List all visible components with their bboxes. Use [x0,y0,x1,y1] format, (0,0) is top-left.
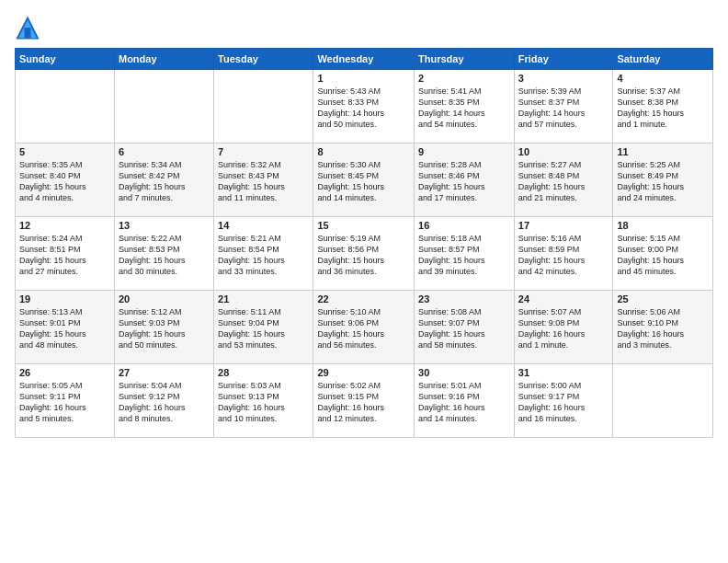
svg-rect-2 [25,28,31,38]
day-number: 11 [617,146,709,157]
calendar-cell: 11Sunrise: 5:25 AM Sunset: 8:49 PM Dayli… [613,144,713,217]
calendar-cell: 12Sunrise: 5:24 AM Sunset: 8:51 PM Dayli… [16,217,115,291]
day-info: Sunrise: 5:10 AM Sunset: 9:06 PM Dayligh… [317,306,410,351]
day-info: Sunrise: 5:11 AM Sunset: 9:04 PM Dayligh… [218,306,309,351]
day-info: Sunrise: 5:00 AM Sunset: 9:17 PM Dayligh… [518,380,609,425]
week-row-1: 1Sunrise: 5:43 AM Sunset: 8:33 PM Daylig… [16,70,713,144]
day-number: 23 [418,293,510,304]
day-number: 2 [418,73,510,84]
week-row-2: 5Sunrise: 5:35 AM Sunset: 8:40 PM Daylig… [16,144,713,217]
calendar-cell: 23Sunrise: 5:08 AM Sunset: 9:07 PM Dayli… [415,291,515,364]
day-info: Sunrise: 5:37 AM Sunset: 8:38 PM Dayligh… [617,86,709,131]
day-info: Sunrise: 5:19 AM Sunset: 8:56 PM Dayligh… [317,233,410,278]
day-info: Sunrise: 5:01 AM Sunset: 9:16 PM Dayligh… [418,380,510,425]
calendar-cell: 10Sunrise: 5:27 AM Sunset: 8:48 PM Dayli… [514,144,613,217]
calendar-cell: 13Sunrise: 5:22 AM Sunset: 8:53 PM Dayli… [114,217,213,291]
calendar-cell: 25Sunrise: 5:06 AM Sunset: 9:10 PM Dayli… [613,291,713,364]
day-info: Sunrise: 5:15 AM Sunset: 9:00 PM Dayligh… [617,233,709,278]
calendar-cell: 29Sunrise: 5:02 AM Sunset: 9:15 PM Dayli… [313,364,415,438]
day-number: 14 [218,220,309,231]
day-number: 8 [317,146,410,157]
calendar-cell: 28Sunrise: 5:03 AM Sunset: 9:13 PM Dayli… [214,364,313,438]
calendar-cell: 18Sunrise: 5:15 AM Sunset: 9:00 PM Dayli… [613,217,713,291]
day-header-tuesday: Tuesday [214,49,313,70]
week-row-5: 26Sunrise: 5:05 AM Sunset: 9:11 PM Dayli… [16,364,713,438]
day-header-saturday: Saturday [613,49,713,70]
day-number: 18 [617,220,709,231]
week-row-3: 12Sunrise: 5:24 AM Sunset: 8:51 PM Dayli… [16,217,713,291]
calendar-cell: 1Sunrise: 5:43 AM Sunset: 8:33 PM Daylig… [313,70,415,144]
week-row-4: 19Sunrise: 5:13 AM Sunset: 9:01 PM Dayli… [16,291,713,364]
calendar-cell: 26Sunrise: 5:05 AM Sunset: 9:11 PM Dayli… [16,364,115,438]
day-header-thursday: Thursday [415,49,515,70]
calendar-cell: 8Sunrise: 5:30 AM Sunset: 8:45 PM Daylig… [313,144,415,217]
day-info: Sunrise: 5:18 AM Sunset: 8:57 PM Dayligh… [418,233,510,278]
day-info: Sunrise: 5:02 AM Sunset: 9:15 PM Dayligh… [317,380,410,425]
day-info: Sunrise: 5:21 AM Sunset: 8:54 PM Dayligh… [218,233,309,278]
calendar-cell: 20Sunrise: 5:12 AM Sunset: 9:03 PM Dayli… [114,291,213,364]
day-number: 7 [218,146,309,157]
day-info: Sunrise: 5:35 AM Sunset: 8:40 PM Dayligh… [19,159,110,204]
day-info: Sunrise: 5:05 AM Sunset: 9:11 PM Dayligh… [19,380,110,425]
day-number: 15 [317,220,410,231]
day-header-monday: Monday [114,49,213,70]
logo-icon [15,15,40,40]
day-info: Sunrise: 5:22 AM Sunset: 8:53 PM Dayligh… [119,233,210,278]
day-number: 21 [218,293,309,304]
logo [15,15,44,40]
calendar-cell: 22Sunrise: 5:10 AM Sunset: 9:06 PM Dayli… [313,291,415,364]
day-info: Sunrise: 5:39 AM Sunset: 8:37 PM Dayligh… [518,86,609,131]
day-number: 25 [617,293,709,304]
page-header [15,15,713,40]
day-number: 24 [518,293,609,304]
calendar-cell [114,70,213,144]
calendar-cell: 2Sunrise: 5:41 AM Sunset: 8:35 PM Daylig… [415,70,515,144]
day-number: 4 [617,73,709,84]
day-info: Sunrise: 5:08 AM Sunset: 9:07 PM Dayligh… [418,306,510,351]
day-header-friday: Friday [514,49,613,70]
calendar-cell: 27Sunrise: 5:04 AM Sunset: 9:12 PM Dayli… [114,364,213,438]
calendar-table: SundayMondayTuesdayWednesdayThursdayFrid… [15,48,713,438]
calendar-cell: 6Sunrise: 5:34 AM Sunset: 8:42 PM Daylig… [114,144,213,217]
day-info: Sunrise: 5:16 AM Sunset: 8:59 PM Dayligh… [518,233,609,278]
calendar-cell: 21Sunrise: 5:11 AM Sunset: 9:04 PM Dayli… [214,291,313,364]
day-number: 6 [119,146,210,157]
day-info: Sunrise: 5:28 AM Sunset: 8:46 PM Dayligh… [418,159,510,204]
day-number: 17 [518,220,609,231]
calendar-cell: 7Sunrise: 5:32 AM Sunset: 8:43 PM Daylig… [214,144,313,217]
day-number: 13 [119,220,210,231]
calendar-cell: 19Sunrise: 5:13 AM Sunset: 9:01 PM Dayli… [16,291,115,364]
day-info: Sunrise: 5:07 AM Sunset: 9:08 PM Dayligh… [518,306,609,351]
day-number: 29 [317,367,410,378]
calendar-cell: 14Sunrise: 5:21 AM Sunset: 8:54 PM Dayli… [214,217,313,291]
calendar-cell: 16Sunrise: 5:18 AM Sunset: 8:57 PM Dayli… [415,217,515,291]
calendar-cell: 15Sunrise: 5:19 AM Sunset: 8:56 PM Dayli… [313,217,415,291]
calendar-cell [16,70,115,144]
day-number: 9 [418,146,510,157]
day-info: Sunrise: 5:13 AM Sunset: 9:01 PM Dayligh… [19,306,110,351]
day-info: Sunrise: 5:30 AM Sunset: 8:45 PM Dayligh… [317,159,410,204]
day-number: 16 [418,220,510,231]
day-number: 19 [19,293,110,304]
day-number: 31 [518,367,609,378]
day-info: Sunrise: 5:32 AM Sunset: 8:43 PM Dayligh… [218,159,309,204]
calendar-cell [613,364,713,438]
day-info: Sunrise: 5:04 AM Sunset: 9:12 PM Dayligh… [119,380,210,425]
calendar-cell: 9Sunrise: 5:28 AM Sunset: 8:46 PM Daylig… [415,144,515,217]
day-info: Sunrise: 5:41 AM Sunset: 8:35 PM Dayligh… [418,86,510,131]
day-number: 10 [518,146,609,157]
calendar-cell: 31Sunrise: 5:00 AM Sunset: 9:17 PM Dayli… [514,364,613,438]
calendar-cell: 30Sunrise: 5:01 AM Sunset: 9:16 PM Dayli… [415,364,515,438]
calendar-cell: 3Sunrise: 5:39 AM Sunset: 8:37 PM Daylig… [514,70,613,144]
day-number: 28 [218,367,309,378]
day-info: Sunrise: 5:06 AM Sunset: 9:10 PM Dayligh… [617,306,709,351]
calendar-cell: 24Sunrise: 5:07 AM Sunset: 9:08 PM Dayli… [514,291,613,364]
day-info: Sunrise: 5:12 AM Sunset: 9:03 PM Dayligh… [119,306,210,351]
day-number: 20 [119,293,210,304]
calendar-cell: 17Sunrise: 5:16 AM Sunset: 8:59 PM Dayli… [514,217,613,291]
calendar-cell [214,70,313,144]
day-number: 22 [317,293,410,304]
day-info: Sunrise: 5:43 AM Sunset: 8:33 PM Dayligh… [317,86,410,131]
day-info: Sunrise: 5:24 AM Sunset: 8:51 PM Dayligh… [19,233,110,278]
day-number: 26 [19,367,110,378]
